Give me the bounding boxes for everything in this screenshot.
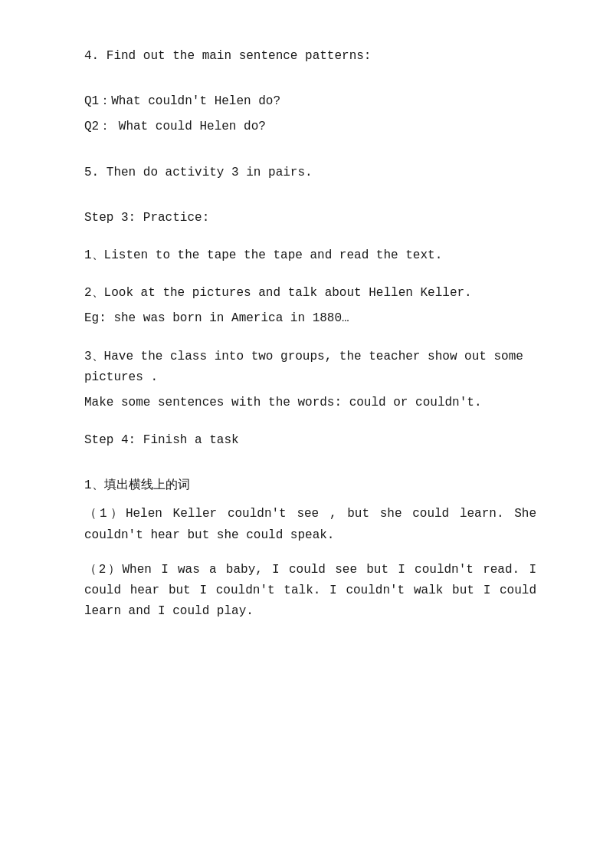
step3-item2-eg: Eg: she was born in America in 1880… [84,308,536,329]
item4-heading: 4. Find out the main sentence patterns: [84,46,536,67]
step3-section: Step 3: Practice: 1、Listen to the tape t… [84,208,536,452]
questions-section: Q1：What couldn't Helen do? Q2： What coul… [84,91,536,137]
item4-section: 4. Find out the main sentence patterns: [84,46,536,67]
step3-item2-block: 2、Look at the pictures and talk about He… [84,283,536,329]
step4-heading: Step 4: Finish a task [84,430,536,451]
task1-heading: 1、填出横线上的词 [84,475,536,496]
step3-heading: Step 3: Practice: [84,208,536,229]
task1-section: 1、填出横线上的词 （1）Helen Keller couldn't see ,… [84,475,536,622]
task1-p1: （1）Helen Keller couldn't see , but she c… [84,504,536,545]
question1: Q1：What couldn't Helen do? [84,91,536,112]
question2: Q2： What could Helen do? [84,117,536,137]
step3-item3-line1: 3、Have the class into two groups, the te… [84,347,536,388]
item5-section: 5. Then do activity 3 in pairs. [84,163,536,183]
task1-p2: （2）When I was a baby, I could see but I … [84,560,536,623]
step3-item3-block: 3、Have the class into two groups, the te… [84,347,536,414]
page-content: 4. Find out the main sentence patterns: … [84,46,536,622]
item5-heading: 5. Then do activity 3 in pairs. [84,163,536,183]
step3-item3-line2: Make some sentences with the words: coul… [84,393,536,413]
step3-item2: 2、Look at the pictures and talk about He… [84,283,536,304]
step3-item1: 1、Listen to the tape the tape and read t… [84,245,536,266]
